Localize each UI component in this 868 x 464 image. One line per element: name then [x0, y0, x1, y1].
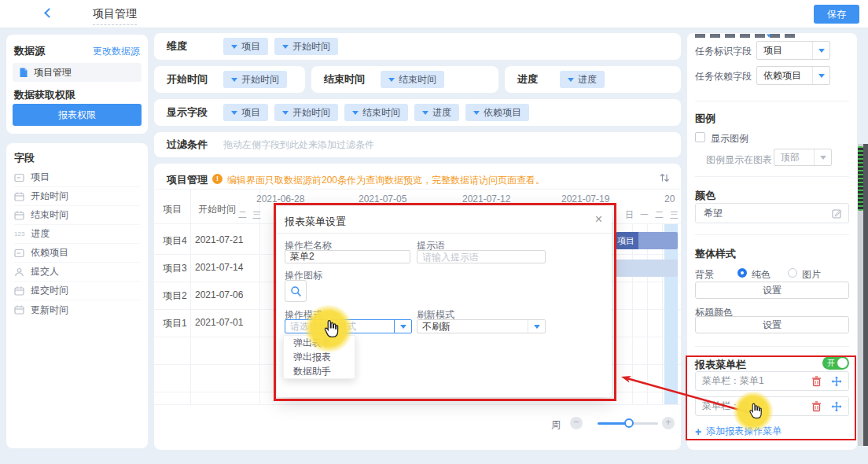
field-item[interactable]: 依赖项目 [14, 244, 140, 263]
action-icon-button[interactable] [285, 280, 307, 302]
dropdown-option[interactable]: 弹出表单 [284, 336, 355, 350]
report-menu-toggle[interactable]: 开 [822, 356, 849, 370]
date-header: 2021-07-12 [462, 193, 510, 204]
weekday-label: 一 [640, 209, 649, 221]
task-dep-value: 依赖项目 [757, 69, 812, 83]
legend-position-select[interactable]: 顶部 [774, 149, 832, 166]
gantt-bar[interactable] [638, 232, 678, 249]
divider [695, 101, 849, 101]
dimension-label: 维度 [167, 39, 217, 53]
legend-position-label: 图例显示在图表 [706, 153, 772, 167]
delete-icon[interactable] [811, 401, 822, 412]
action-name-input[interactable] [285, 250, 410, 263]
table-col-divider [190, 189, 191, 404]
chip-label: 结束时间 [399, 73, 436, 87]
move-icon[interactable] [831, 376, 842, 387]
display-fields-label: 显示字段 [167, 105, 217, 120]
document-icon [19, 68, 28, 78]
select-caret-box [528, 320, 545, 333]
divider [695, 346, 849, 347]
weekday-label: 二 [655, 209, 664, 221]
row-start-date: 2021-07-06 [195, 289, 243, 300]
row-project-name: 项目4 [163, 234, 187, 248]
add-report-menu-link[interactable]: + 添加报表操作菜单 [695, 425, 782, 438]
day-grid-line [647, 224, 648, 404]
warning-icon: ! [212, 174, 223, 184]
refresh-mode-select[interactable]: 不刷新 [417, 319, 546, 333]
calendar-icon [14, 305, 24, 315]
chip-label: 开始时间 [292, 106, 330, 120]
field-item-label: 提交时间 [31, 284, 68, 297]
gantt-bar[interactable] [616, 260, 678, 277]
menu-bar-item[interactable]: 菜单栏：菜单1 [695, 371, 849, 391]
action-mode-select[interactable]: 请选择对接模式 [285, 319, 412, 333]
bg-image-radio[interactable] [788, 267, 797, 278]
tip-input[interactable] [417, 250, 546, 263]
search-icon [290, 285, 302, 297]
gantt-bar-label[interactable]: 项目4 [616, 232, 638, 249]
add-report-menu-label: 添加报表操作菜单 [706, 425, 782, 438]
scrollbar-thumb[interactable] [858, 146, 863, 211]
chip-label: 开始时间 [241, 73, 279, 87]
dimension-chip[interactable]: 项目 [223, 38, 268, 55]
start-time-chip[interactable]: 开始时间 [223, 71, 287, 88]
sort-icon[interactable] [659, 172, 670, 183]
caret-down-icon [400, 325, 406, 329]
save-button[interactable]: 保存 [814, 5, 859, 24]
field-item[interactable]: 项目 [14, 168, 140, 187]
caret-down-icon [231, 78, 237, 82]
legend-title: 图例 [695, 112, 715, 126]
show-legend-label: 显示图例 [711, 132, 748, 145]
select-icon [14, 173, 24, 182]
report-permission-button[interactable]: 报表权限 [13, 104, 142, 126]
menu-bar-item[interactable]: 菜单栏：菜单2 [695, 396, 849, 416]
caret-down-icon [231, 45, 237, 49]
weekday-label: 日 [625, 209, 634, 221]
field-item[interactable]: 提交时间 [14, 282, 140, 300]
background-label: 背景 [695, 268, 714, 282]
display-chip[interactable]: 开始时间 [274, 104, 338, 121]
dropdown-option[interactable]: 数据助手 [284, 364, 355, 378]
zoom-in-button[interactable]: + [662, 417, 675, 429]
slider-handle[interactable] [624, 418, 634, 428]
bg-solid-radio[interactable] [737, 267, 747, 278]
back-icon[interactable] [44, 8, 54, 18]
edit-icon[interactable] [832, 208, 842, 219]
filter-placeholder: 拖动左侧字段到此处来添加过滤条件 [223, 138, 374, 152]
end-time-chip[interactable]: 结束时间 [381, 71, 444, 88]
field-item[interactable]: 提交人 [14, 263, 140, 282]
task-dep-select[interactable]: 依赖项目 [756, 66, 830, 85]
delete-icon[interactable] [811, 376, 822, 387]
color-field[interactable]: 希望 [695, 203, 849, 223]
display-fields-row: 显示字段 项目 开始时间 结束时间 进度 依赖项目 [154, 99, 681, 126]
datasource-item-label: 项目管理 [34, 66, 72, 79]
field-item[interactable]: 123 进度 [14, 225, 140, 244]
zoom-out-button[interactable]: − [570, 417, 583, 429]
bg-settings-button[interactable]: 设置 [695, 282, 849, 299]
progress-label: 进度 [517, 72, 554, 87]
dimension-chip[interactable]: 开始时间 [274, 38, 338, 55]
close-icon[interactable]: × [595, 212, 602, 226]
move-icon[interactable] [831, 401, 842, 412]
display-chip[interactable]: 进度 [414, 104, 459, 121]
table-col-divider [259, 189, 260, 404]
title-color-settings-button[interactable]: 设置 [695, 316, 849, 333]
field-item[interactable]: 结束时间 [14, 206, 140, 225]
dropdown-option[interactable]: 弹出报表 [284, 350, 355, 364]
datasource-item[interactable]: 项目管理 [13, 63, 142, 82]
change-datasource-link[interactable]: 更改数据源 [93, 45, 140, 58]
display-chip[interactable]: 依赖项目 [465, 104, 529, 121]
field-item[interactable]: 更新时间 [14, 300, 140, 319]
caret-down-icon [820, 156, 826, 160]
task-id-select[interactable]: 项目 [756, 41, 830, 60]
caret-down-icon [282, 111, 289, 115]
filter-row[interactable]: 过滤条件 拖动左侧字段到此处来添加过滤条件 [154, 132, 681, 157]
report-menu-title: 报表菜单栏 [695, 358, 746, 372]
show-legend-checkbox[interactable] [695, 132, 705, 142]
display-chip[interactable]: 项目 [223, 104, 268, 121]
progress-chip[interactable]: 进度 [560, 71, 605, 88]
display-chip[interactable]: 结束时间 [344, 104, 408, 121]
caret-down-icon [231, 111, 237, 115]
report-menu-settings-dialog: 报表菜单设置 × 操作栏名称 提示语 操作图标 操作模式 请选择对接模式 刷新模… [277, 206, 612, 397]
field-item[interactable]: 开始时间 [14, 187, 140, 206]
